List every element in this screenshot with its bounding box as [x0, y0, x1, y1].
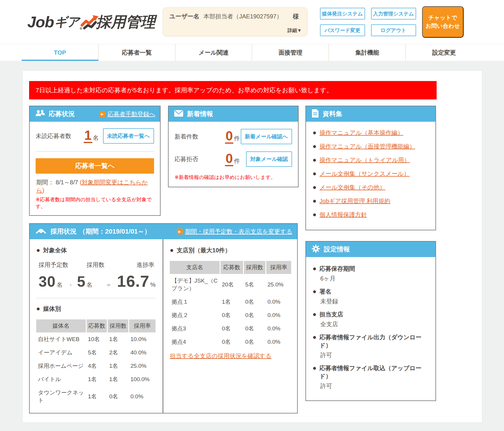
- setting-value: 全支店: [320, 320, 431, 328]
- setting-value: 6ヶ月: [320, 275, 431, 283]
- unread-applicants-label: 未読応募者数: [36, 132, 71, 140]
- all-branches-status-link[interactable]: 担当する全支店の採用状況を確認する: [170, 352, 272, 360]
- media-order-system-button[interactable]: 媒体発注システム: [320, 8, 365, 20]
- documents-panel: 資料集 ●操作マニュアル（基本操作編） ●操作マニュアル（面接管理機能編） ●操…: [305, 106, 436, 230]
- table-row: 採用ホームページ 4名 1名 25.0%: [36, 359, 156, 373]
- list-item: ●応募保存期間 6ヶ月: [313, 265, 431, 283]
- setting-label: 署名: [319, 288, 331, 296]
- user-info-box: ユーザー名 本部担当者（JAE19027597） 様 詳細▼: [163, 7, 308, 37]
- tab-applicant-list[interactable]: 応募者一覧: [99, 44, 175, 61]
- site-header: Job ギア ® 採用管理 ユーザー名 本部担当者（JAE19027597） 様…: [0, 0, 504, 44]
- list-item: ●メール文例集（その他）: [313, 183, 431, 191]
- handshake-icon: [35, 226, 47, 237]
- mail-template-thanks-link[interactable]: メール文例集（サンクスメール）: [319, 170, 410, 178]
- branch-section: ● 支店別（最大10件） 支店名 応募数 採用数 採用率: [163, 239, 297, 413]
- table-row: 拠点3 0名 0名 0.0%: [170, 322, 291, 335]
- rejected-unit: 件: [234, 157, 240, 165]
- new-count-unit: 件: [234, 134, 240, 142]
- new-count-label: 新着件数: [175, 133, 225, 141]
- table-header-cell: 採用数: [107, 319, 129, 332]
- document-icon: [311, 109, 319, 119]
- hired-label: 採用数: [87, 261, 137, 269]
- tab-aggregation[interactable]: 集計機能: [329, 44, 406, 61]
- new-information-header: 新着情報: [169, 106, 298, 122]
- applicant-list-button[interactable]: 応募者一覧へ: [36, 158, 154, 174]
- settings-info-header: 設定情報: [306, 242, 435, 257]
- panel-title: 採用状況: [50, 227, 77, 236]
- change-password-button[interactable]: パスワード変更: [320, 24, 365, 36]
- progress-label: 進捗率: [137, 261, 154, 269]
- media-heading: 媒体別: [43, 305, 61, 313]
- app-logo: Job ギア ® 採用管理: [27, 12, 156, 32]
- setting-label: 応募者情報ファイル出力（ダウンロード）: [319, 333, 431, 349]
- list-item: ●操作マニュアル（基本操作編）: [313, 129, 431, 137]
- tab-interview-management[interactable]: 面接管理: [252, 44, 329, 61]
- table-header-cell: 応募数: [220, 261, 243, 274]
- documents-list: ●操作マニュアル（基本操作編） ●操作マニュアル（面接管理機能編） ●操作マニュ…: [306, 122, 435, 230]
- chat-inquiry-button[interactable]: チャットで お問い合わせ: [422, 6, 464, 38]
- user-detail-toggle[interactable]: 詳細▼: [288, 28, 302, 34]
- setting-value: 未登録: [320, 297, 431, 305]
- manual-interview-link[interactable]: 操作マニュアル（面接管理機能編）: [319, 142, 415, 150]
- tab-mail[interactable]: メール関連: [175, 44, 252, 61]
- main-content: 7日以上経過した未対応の応募者が5名おります。採用率アップのため、お早めの対応を…: [22, 70, 482, 423]
- alert-message: 7日以上経過した未対応の応募者が5名おります。採用率アップのため、お早めの対応を…: [36, 86, 333, 94]
- list-item: ●メール文例集（サンクスメール）: [313, 170, 431, 178]
- logo-text-suffix: 採用管理: [96, 12, 156, 32]
- application-status-panel: 応募状況 ▶ 応募者手動登録へ 未読応募者数 1 名 未読応募者一覧へ: [29, 106, 161, 216]
- setting-label: 応募者情報ファイル取込（アップロード）: [319, 364, 431, 380]
- settings-info-panel: 設定情報 ●応募保存期間 6ヶ月 ●署名 未登録 ●担当支店 全支店: [305, 241, 436, 401]
- rejected-label: 応募拒否: [175, 155, 225, 163]
- table-header-row: 媒体名 応募数 採用数 採用率: [36, 319, 156, 332]
- terms-of-use-link[interactable]: Jobギア採用管理 利用規約: [319, 197, 390, 205]
- settings-list: ●応募保存期間 6ヶ月 ●署名 未登録 ●担当支店 全支店 ●応募者情報ファイル…: [306, 257, 435, 400]
- divider: [36, 151, 154, 152]
- input-management-system-button[interactable]: 入力管理システム: [371, 8, 416, 20]
- logout-button[interactable]: ログアウト: [371, 24, 416, 36]
- setting-value: 許可: [320, 382, 431, 390]
- table-row: タウンワークネット 1名 0名 0.0%: [36, 386, 156, 407]
- recruitment-status-header: 採用状況 （期間：2019/01/01～） ▶ 期間・採用予定数・表示支店を変更…: [30, 224, 297, 239]
- list-item: ●Jobギア採用管理 利用規約: [313, 197, 431, 205]
- manual-trial-link[interactable]: 操作マニュアル（トライアル用）: [319, 156, 410, 164]
- mail-template-other-link[interactable]: メール文例集（その他）: [319, 183, 385, 191]
- overdue-alert-banner: 7日以上経過した未対応の応募者が5名おります。採用率アップのため、お早めの対応を…: [29, 81, 437, 99]
- table-row: イーアイデム 5名 2名 40.0%: [36, 346, 156, 359]
- privacy-policy-link[interactable]: 個人情報保護方針: [319, 211, 367, 219]
- manual-register-link[interactable]: 応募者手動登録へ: [108, 110, 155, 118]
- new-info-note: ※新着情報の確認はお早めにお願いします。: [175, 174, 292, 181]
- planned-value: 30: [39, 273, 56, 290]
- table-row: 自社サイトWEB 10名 1名 10.0%: [36, 332, 156, 346]
- table-header-cell: 媒体名: [36, 319, 86, 332]
- setting-value: 許可: [320, 351, 431, 359]
- recruitment-status-panel: 採用状況 （期間：2019/01/01～） ▶ 期間・採用予定数・表示支店を変更…: [29, 223, 298, 413]
- tab-top[interactable]: TOP: [22, 44, 99, 61]
- panel-period: （期間：2019/01/01～）: [79, 227, 151, 236]
- manual-basic-link[interactable]: 操作マニュアル（基本操作編）: [319, 129, 403, 137]
- rejected-value: 0: [225, 152, 233, 166]
- play-icon: ▶: [99, 111, 105, 117]
- unread-unit: 名: [93, 134, 99, 142]
- application-status-header: 応募状況 ▶ 応募者手動登録へ: [30, 106, 160, 122]
- unread-count: 1: [84, 129, 92, 143]
- table-header-cell: 支店名: [170, 261, 220, 274]
- bullet: ●: [170, 246, 174, 254]
- list-item: ●個人情報保護方針: [313, 211, 431, 219]
- period-label: 期間：: [36, 179, 54, 186]
- list-item: ●応募者情報ファイル出力（ダウンロード） 許可: [313, 333, 431, 359]
- overall-section: ● 対象全体 採用予定数 採用数 進捗率 30 名: [30, 239, 163, 413]
- change-period-count-branch-link[interactable]: 期間・採用予定数・表示支店を変更する: [185, 228, 292, 236]
- table-row: 【デモ】JSK_（Cプラン） 20名 5名 25.0%: [170, 274, 291, 295]
- table-header-cell: 採用率: [129, 319, 156, 332]
- logo-text-gear: ギア: [54, 14, 79, 30]
- logo-arrow-icon: [80, 15, 99, 31]
- people-icon: [35, 110, 45, 118]
- new-information-panel: 新着情報 新着件数 0 件 新着メール確認へ: [168, 106, 299, 187]
- planned-label: 採用予定数: [39, 261, 87, 269]
- check-target-mail-button[interactable]: 対象メール確認: [246, 151, 292, 167]
- check-new-mail-button[interactable]: 新着メール確認へ: [241, 129, 292, 144]
- table-row: バイトル 1名 1名 100.0%: [36, 373, 156, 386]
- tab-settings[interactable]: 設定変更: [406, 44, 482, 61]
- unread-applicant-list-button[interactable]: 未読応募者一覧へ: [103, 128, 154, 144]
- list-item: ●応募者情報ファイル取込（アップロード） 許可: [313, 364, 431, 390]
